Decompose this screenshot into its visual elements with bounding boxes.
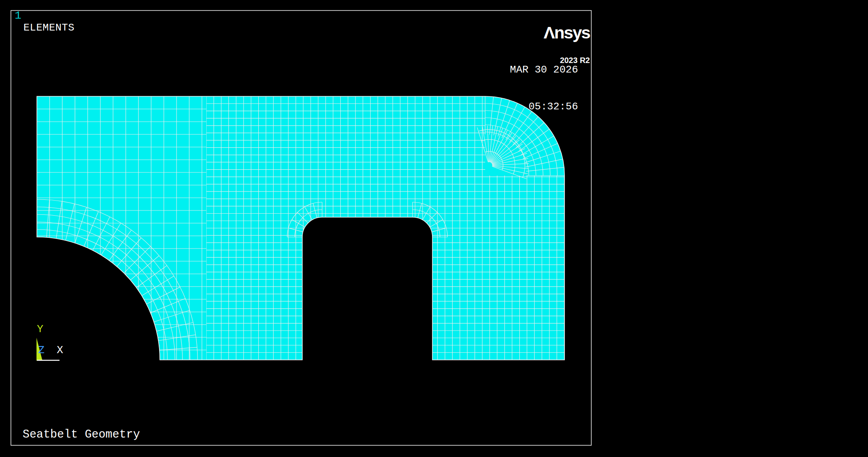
- time-label: 05:32:56: [510, 101, 578, 113]
- ansys-logo-wordmark: Λnsys: [543, 24, 590, 41]
- graphics-canvas[interactable]: [0, 0, 868, 457]
- plot-title-caption: Seatbelt Geometry: [23, 428, 140, 441]
- date-time-stamp: MAR 30 2026 05:32:56: [510, 39, 578, 138]
- ansys-graphics-window: 1 ELEMENTS Λnsys 2023 R2 MAR 30 2026 05:…: [0, 0, 868, 457]
- plot-number: 1: [15, 10, 21, 22]
- triad-z-label: Z: [38, 345, 44, 356]
- triad-y-label: Y: [37, 324, 43, 335]
- date-label: MAR 30 2026: [510, 64, 578, 76]
- display-mode-label: ELEMENTS: [23, 22, 75, 34]
- triad-x-label: X: [57, 345, 63, 356]
